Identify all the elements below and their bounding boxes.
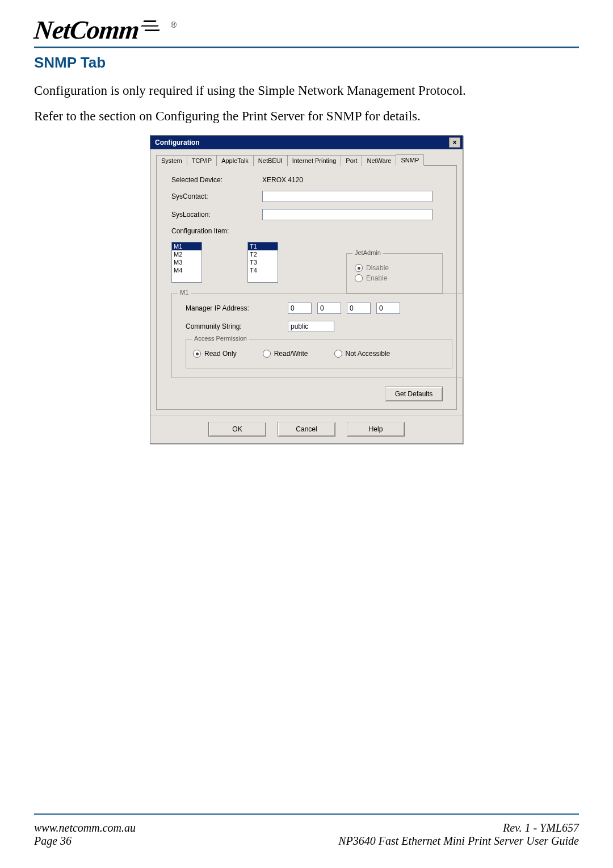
tab-tcpip[interactable]: TCP/IP: [187, 155, 217, 166]
tab-strip: System TCP/IP AppleTalk NetBEUI Internet…: [156, 153, 457, 166]
footer-rule: [34, 814, 579, 815]
manager-ip-octet-3[interactable]: [347, 303, 371, 314]
list-item[interactable]: M3: [172, 258, 201, 266]
config-item-m-list[interactable]: M1 M2 M3 M4: [171, 242, 202, 283]
tab-port[interactable]: Port: [341, 155, 362, 166]
radio-icon: [193, 350, 201, 358]
access-permission-title: Access Permission: [192, 335, 249, 342]
intro-paragraph-1: Configuration is only required if using …: [34, 82, 579, 99]
jetadmin-group-title: JetAdmin: [352, 249, 383, 256]
tab-internet-printing[interactable]: Internet Printing: [287, 155, 342, 166]
selected-device-value: XEROX 4120: [262, 176, 303, 184]
dialog-title: Configuration: [155, 139, 200, 146]
list-item[interactable]: M2: [172, 250, 201, 258]
not-accessible-radio[interactable]: Not Accessible: [334, 350, 391, 358]
manager-ip-label: Manager IP Address:: [186, 304, 282, 312]
tab-netbeui[interactable]: NetBEUI: [253, 155, 288, 166]
jetadmin-enable-label: Enable: [366, 274, 387, 282]
manager-ip-octet-2[interactable]: [317, 303, 341, 314]
ok-button[interactable]: OK: [208, 422, 266, 437]
help-button[interactable]: Help: [347, 422, 405, 437]
dialog-footer: OK Cancel Help: [150, 416, 463, 443]
header-rule: [34, 47, 579, 48]
footer-rev: Rev. 1 - YML657: [503, 821, 579, 835]
logo-swoosh-icon: [140, 18, 166, 37]
snmp-tab-pane: Selected Device: XEROX 4120 SysContact: …: [156, 166, 457, 410]
tab-snmp[interactable]: SNMP: [396, 154, 424, 166]
m1-group-title: M1: [178, 289, 191, 296]
radio-icon: [263, 350, 271, 358]
list-item[interactable]: M4: [172, 266, 201, 274]
manager-ip-octet-4[interactable]: [376, 303, 400, 314]
cancel-button[interactable]: Cancel: [278, 422, 335, 437]
list-item[interactable]: T3: [248, 258, 278, 266]
footer-page: Page 36: [34, 835, 136, 848]
registered-mark: ®: [171, 20, 177, 30]
jetadmin-disable-label: Disable: [366, 264, 389, 272]
configuration-dialog: Configuration × System TCP/IP AppleTalk …: [150, 135, 463, 444]
list-item[interactable]: T1: [248, 242, 278, 250]
tab-system[interactable]: System: [156, 155, 187, 166]
jetadmin-disable-radio[interactable]: Disable: [355, 264, 434, 272]
read-write-radio[interactable]: Read/Write: [263, 350, 308, 358]
logo-text: NetComm: [33, 17, 141, 43]
get-defaults-button[interactable]: Get Defaults: [385, 387, 443, 401]
syslocation-label: SysLocation:: [171, 211, 257, 219]
page-footer: www.netcomm.com.au Page 36 Rev. 1 - YML6…: [34, 821, 579, 848]
config-item-label: Configuration Item:: [171, 227, 257, 235]
jetadmin-group: JetAdmin Disable Enable: [346, 253, 443, 294]
intro-paragraph-2: Refer to the section on Configuring the …: [34, 107, 579, 125]
syscontact-field[interactable]: [262, 191, 433, 202]
logo: NetComm ®: [34, 17, 579, 43]
section-title: SNMP Tab: [34, 54, 579, 72]
config-item-t-list[interactable]: T1 T2 T3 T4: [247, 242, 278, 283]
list-item[interactable]: T4: [248, 266, 278, 274]
read-only-radio[interactable]: Read Only: [193, 350, 237, 358]
syslocation-field[interactable]: [262, 209, 433, 220]
dialog-titlebar: Configuration ×: [150, 136, 463, 149]
community-string-label: Community String:: [186, 322, 282, 330]
footer-guide: NP3640 Fast Ethernet Mini Print Server U…: [338, 835, 579, 848]
syscontact-label: SysContact:: [171, 192, 257, 200]
selected-device-label: Selected Device:: [171, 176, 257, 184]
not-accessible-label: Not Accessible: [346, 350, 391, 358]
radio-icon: [355, 264, 363, 272]
access-permission-group: Access Permission Read Only Read/Write: [186, 339, 452, 368]
tab-appletalk[interactable]: AppleTalk: [216, 155, 254, 166]
m1-group: M1 Manager IP Address: Community String:: [171, 293, 463, 378]
read-only-label: Read Only: [204, 350, 237, 358]
list-item[interactable]: M1: [172, 242, 201, 250]
read-write-label: Read/Write: [274, 350, 308, 358]
manager-ip-octet-1[interactable]: [288, 303, 312, 314]
community-string-field[interactable]: [288, 321, 334, 332]
list-item[interactable]: T2: [248, 250, 278, 258]
jetadmin-enable-radio[interactable]: Enable: [355, 274, 434, 282]
close-icon[interactable]: ×: [449, 137, 460, 148]
radio-icon: [355, 274, 363, 282]
configuration-dialog-figure: Configuration × System TCP/IP AppleTalk …: [150, 135, 463, 444]
radio-icon: [334, 350, 342, 358]
footer-url: www.netcomm.com.au: [34, 821, 136, 835]
tab-netware[interactable]: NetWare: [362, 155, 396, 166]
